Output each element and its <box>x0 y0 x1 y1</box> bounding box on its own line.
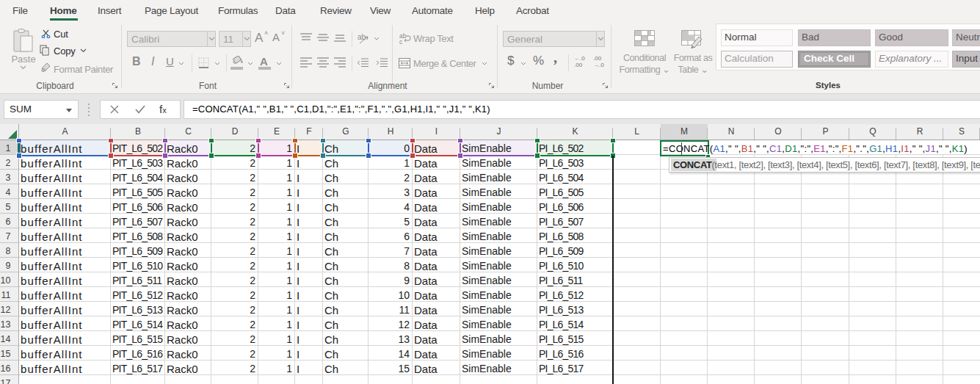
svg-text:ab: ab <box>357 33 366 41</box>
